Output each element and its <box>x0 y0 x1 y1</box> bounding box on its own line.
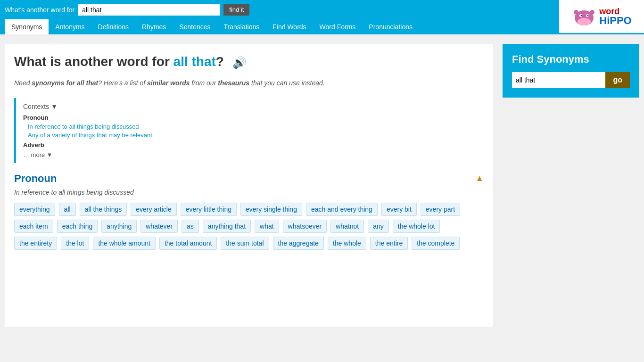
synonym-tag[interactable]: every part <box>421 203 460 216</box>
sound-icon[interactable]: 🔊 <box>232 56 247 69</box>
pronoun-subtitle: In reference to all things being discuss… <box>14 189 484 196</box>
description: Need synonyms for all that? Here's a lis… <box>14 78 484 88</box>
nav-translations[interactable]: Translations <box>217 19 266 34</box>
find-synonyms-title: Find Synonyms <box>512 53 630 66</box>
synonym-tag[interactable]: the lot <box>61 237 89 250</box>
pronoun-category: Pronoun <box>23 114 477 121</box>
nav-rhymes[interactable]: Rhymes <box>135 19 173 34</box>
title-word: all that <box>173 54 216 69</box>
synonym-tag[interactable]: whatnot <box>330 220 364 233</box>
search-input[interactable] <box>78 4 220 16</box>
synonym-tag[interactable]: everything <box>14 203 55 216</box>
context-link-1[interactable]: In reference to all things being discuss… <box>28 123 477 130</box>
svg-point-6 <box>581 15 582 16</box>
nav-sentences[interactable]: Sentences <box>173 19 217 34</box>
synonym-tag[interactable]: the entire <box>370 237 408 250</box>
synonym-tag[interactable]: every little thing <box>181 203 237 216</box>
title-prefix: What is another word for <box>14 54 170 69</box>
find-synonyms-input[interactable] <box>512 72 605 88</box>
adverb-category: Adverb <box>23 141 477 148</box>
synonym-tags: everythingallall the thingsevery article… <box>14 203 484 250</box>
synonym-tag[interactable]: the complete <box>412 237 460 250</box>
synonym-tag[interactable]: anything <box>101 220 137 233</box>
synonym-tag[interactable]: the whole amount <box>93 237 156 250</box>
synonym-tag[interactable]: every bit <box>381 203 417 216</box>
nav-findwords[interactable]: Find Words <box>266 19 313 34</box>
svg-point-8 <box>580 22 583 24</box>
synonym-tag[interactable]: whatever <box>140 220 178 233</box>
contexts-box: Contexts ▼ Pronoun In reference to all t… <box>14 98 484 163</box>
synonym-tag[interactable]: anything that <box>203 220 251 233</box>
pronoun-collapse-arrow[interactable]: ▲ <box>475 173 484 183</box>
nav-synonyms[interactable]: Synonyms <box>5 19 49 34</box>
synonym-tag[interactable]: the sum total <box>221 237 269 250</box>
find-it-button[interactable]: find it <box>223 4 249 16</box>
synonym-tag[interactable]: the entirety <box>14 237 57 250</box>
svg-point-7 <box>587 15 589 16</box>
synonym-tag[interactable]: all <box>59 203 76 216</box>
nav-definitions[interactable]: Definitions <box>91 19 135 34</box>
synonym-tag[interactable]: all the things <box>80 203 127 216</box>
contexts-header[interactable]: Contexts ▼ <box>23 103 477 110</box>
synonym-tag[interactable]: every article <box>131 203 176 216</box>
page-title: What is another word for all that? 🔊 <box>14 53 484 70</box>
hippo-icon <box>571 5 597 28</box>
synonym-tag[interactable]: the whole lot <box>393 220 440 233</box>
synonym-tag[interactable]: whatsoever <box>283 220 327 233</box>
sidebar: Find Synonyms go <box>503 44 639 327</box>
svg-point-9 <box>585 22 588 24</box>
star-icon[interactable]: ✳ <box>631 5 639 16</box>
svg-point-10 <box>574 10 578 15</box>
context-link-2[interactable]: Any of a variety of things that may be r… <box>28 132 477 139</box>
logo-hippo-text: HiPPO <box>599 16 631 26</box>
synonym-tag[interactable]: each and every thing <box>306 203 378 216</box>
synonym-tag[interactable]: what <box>255 220 279 233</box>
pronoun-title: Pronoun <box>14 173 57 185</box>
synonym-tag[interactable]: each thing <box>57 220 98 233</box>
search-label: What's another word for <box>5 6 74 14</box>
nav-wordforms[interactable]: Word Forms <box>313 19 363 34</box>
synonym-tag[interactable]: the total amount <box>159 237 217 250</box>
synonym-tag[interactable]: any <box>368 220 389 233</box>
synonym-tag[interactable]: the aggregate <box>273 237 324 250</box>
more-link[interactable]: … more ▼ <box>23 151 477 158</box>
nav-pronunciations[interactable]: Pronunciations <box>362 19 419 34</box>
svg-point-11 <box>590 10 594 15</box>
synonym-tag[interactable]: the whole <box>328 237 366 250</box>
pronoun-section: Pronoun ▲ <box>14 173 484 185</box>
synonym-tag[interactable]: each item <box>14 220 53 233</box>
nav-antonyms[interactable]: Antonyms <box>49 19 91 34</box>
synonym-tag[interactable]: as <box>182 220 199 233</box>
svg-point-1 <box>578 18 591 25</box>
go-button[interactable]: go <box>605 72 630 88</box>
synonym-tag[interactable]: every single thing <box>240 203 302 216</box>
find-synonyms-box: Find Synonyms go <box>503 44 639 98</box>
